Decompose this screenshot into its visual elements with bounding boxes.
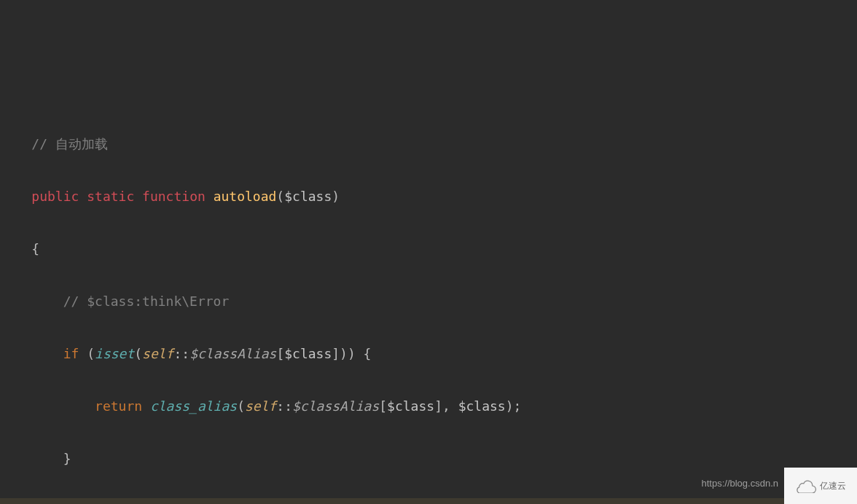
keyword-static: static <box>87 189 134 204</box>
cursor-line[interactable] <box>0 498 857 504</box>
logo-watermark: 亿速云 <box>784 468 857 504</box>
brace: { <box>31 241 39 256</box>
paren: ) <box>332 189 340 204</box>
self: self <box>245 398 276 414</box>
cloud-icon <box>795 479 817 493</box>
comment: // 自动加载 <box>31 136 108 151</box>
watermark-text: https://blog.csdn.n <box>701 470 778 497</box>
self: self <box>142 346 173 361</box>
var: $class <box>284 346 332 361</box>
isset-call: isset <box>95 346 134 361</box>
keyword-function: function <box>142 189 206 204</box>
var: $class <box>387 398 434 414</box>
keyword-public: public <box>31 189 79 204</box>
logo-text: 亿速云 <box>820 473 846 499</box>
param: $class <box>284 189 332 204</box>
brace: } <box>63 451 71 466</box>
comment: // $class:think\Error <box>63 294 230 309</box>
paren: ( <box>276 189 284 204</box>
var: $class <box>458 398 506 414</box>
function-name: autoload <box>214 189 277 204</box>
static-var: $classAlias <box>189 346 276 361</box>
code-editor[interactable]: // 自动加载 public static function autoload(… <box>0 105 857 504</box>
keyword-if: if <box>63 346 79 361</box>
keyword-return: return <box>95 398 142 414</box>
static-var: $classAlias <box>292 398 379 414</box>
function-call: class_alias <box>150 398 237 414</box>
